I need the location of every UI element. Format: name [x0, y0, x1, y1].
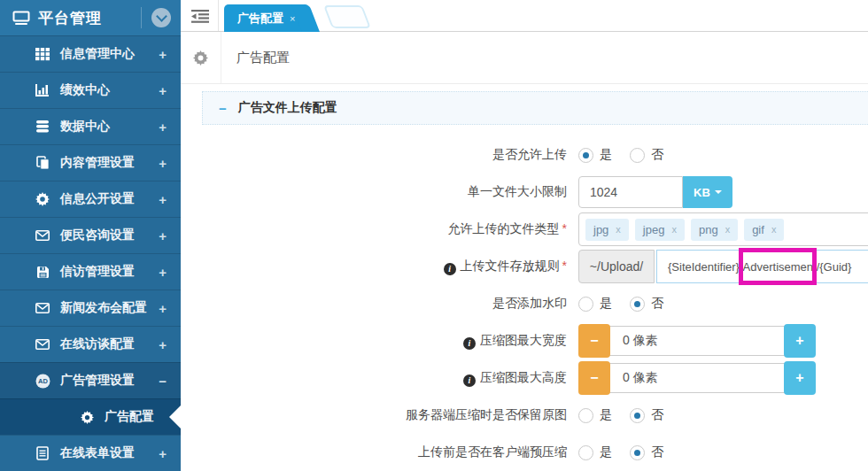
sidebar-collapse-button[interactable]: [151, 8, 171, 27]
monitor-icon: [12, 11, 30, 26]
field-label: 服务器端压缩时是否保留原图: [181, 407, 567, 423]
tag-jpeg[interactable]: jpegx: [635, 219, 685, 241]
panel-header-upload-config[interactable]: − 广告文件上传配置: [202, 91, 868, 125]
sidebar-item-label: 在线表单设置: [60, 445, 159, 461]
field-label: 是否添加水印: [181, 296, 567, 312]
sidebar-item-data-center[interactable]: 数据中心 +: [0, 108, 181, 144]
radio-dot[interactable]: [578, 408, 593, 423]
tab-bar: 广告配置 ×: [181, 0, 868, 32]
radio-dot[interactable]: [578, 445, 593, 460]
tab-close-icon[interactable]: ×: [290, 13, 295, 24]
sidebar-item-public-info-settings[interactable]: 信息公开设置 +: [0, 181, 181, 217]
max-width-input[interactable]: 0 像素: [608, 326, 787, 356]
tag-remove-icon[interactable]: x: [616, 224, 621, 235]
radio-dot-selected[interactable]: [578, 148, 593, 163]
sidebar-item-interview-settings[interactable]: 在线访谈配置 +: [0, 326, 181, 362]
panel-collapse-icon[interactable]: −: [219, 101, 227, 116]
tab-ad-config[interactable]: 广告配置 ×: [224, 4, 306, 32]
sidebar-item-performance-center[interactable]: 绩效中心 +: [0, 72, 181, 108]
radio-label: 否: [651, 407, 663, 423]
upload-path-prefix: ~/Upload/: [578, 250, 655, 283]
form-row-watermark: 是否添加水印 是 否: [181, 285, 868, 322]
sidebar-item-online-form-settings[interactable]: 在线表单设置 +: [0, 435, 181, 471]
radio-dot-selected[interactable]: [630, 445, 645, 460]
unit-dropdown-button[interactable]: KB: [683, 176, 732, 208]
ad-icon: AD: [34, 374, 51, 389]
increment-button[interactable]: +: [784, 324, 816, 358]
sidebar-item-label: 数据中心: [60, 119, 159, 135]
sidebar-item-press-conference-settings[interactable]: 新闻发布会配置 +: [0, 290, 181, 326]
tab-label: 广告配置: [237, 11, 283, 27]
radio-no[interactable]: 否: [630, 444, 663, 460]
tag-gif[interactable]: gifx: [744, 219, 784, 241]
radio-label: 是: [600, 296, 612, 312]
field-label: 是否允许上传: [181, 147, 567, 163]
copy-icon: [34, 156, 51, 170]
sidebar-item-label: 在线访谈配置: [60, 336, 159, 352]
expand-plus-icon: +: [159, 47, 167, 62]
radio-no[interactable]: 否: [630, 296, 663, 312]
divider: [218, 0, 219, 31]
radio-label: 否: [651, 444, 663, 460]
info-icon: [463, 337, 476, 350]
sidebar-item-consult-settings[interactable]: 便民咨询设置 +: [0, 217, 181, 253]
required-marker: *: [562, 221, 567, 236]
radio-dot-selected[interactable]: [630, 297, 645, 312]
radio-yes[interactable]: 是: [578, 296, 612, 312]
decrement-button[interactable]: −: [578, 361, 610, 395]
divider: [141, 7, 142, 28]
sidebar-item-info-center[interactable]: 信息管理中心 +: [0, 35, 181, 72]
tag-remove-icon[interactable]: x: [771, 224, 777, 235]
new-tab-placeholder: [323, 5, 371, 28]
expand-plus-icon: +: [159, 337, 167, 352]
tag-jpg[interactable]: jpgx: [585, 219, 629, 241]
radio-yes[interactable]: 是: [578, 147, 612, 163]
gear-icon: [34, 192, 51, 206]
increment-button[interactable]: +: [784, 361, 816, 395]
radio-dot[interactable]: [630, 148, 645, 163]
tag-png[interactable]: pngx: [691, 219, 738, 241]
sidebar-item-label: 新闻发布会配置: [60, 300, 159, 316]
radio-dot[interactable]: [578, 297, 593, 312]
form-row-client-precompress: 上传前是否在客户端预压缩 是 否: [181, 434, 868, 471]
max-height-input[interactable]: 0 像素: [608, 363, 787, 393]
form-row-allow-upload: 是否允许上传 是 否: [181, 136, 868, 174]
radio-label: 是: [600, 444, 612, 460]
sidebar-item-ad-config-active[interactable]: 广告配置: [0, 398, 181, 435]
sidebar-toggle-icon[interactable]: [191, 10, 209, 27]
expand-plus-icon: +: [159, 120, 167, 135]
form-row-keep-original: 服务器端压缩时是否保留原图 是 否: [181, 397, 868, 434]
file-types-tags-input[interactable]: jpgx jpegx pngx gifx: [578, 212, 868, 246]
form-row-storage-rule: 上传文件存放规则* ~/Upload/ {SiteIdentifier}/Adv…: [181, 248, 868, 285]
form-row-max-width: 压缩图最大宽度 − 0 像素 +: [181, 322, 868, 359]
collapse-minus-icon: −: [159, 374, 167, 389]
decrement-button[interactable]: −: [578, 324, 610, 358]
sidebar-item-petition-settings[interactable]: 信访管理设置 +: [0, 253, 181, 290]
radio-no[interactable]: 否: [630, 407, 663, 423]
sidebar-item-label: 信访管理设置: [60, 264, 159, 280]
app-title: 平台管理: [38, 8, 102, 28]
form-icon: [34, 446, 51, 460]
sidebar-item-content-settings[interactable]: 内容管理设置 +: [0, 144, 181, 181]
radio-no[interactable]: 否: [630, 147, 663, 163]
size-limit-input[interactable]: 1024: [578, 176, 683, 208]
expand-plus-icon: +: [159, 301, 167, 316]
gear-icon: [181, 32, 221, 83]
expand-plus-icon: +: [159, 228, 167, 243]
tag-remove-icon[interactable]: x: [671, 224, 677, 235]
radio-yes[interactable]: 是: [578, 444, 612, 460]
sidebar-item-ad-settings[interactable]: AD 广告管理设置 −: [0, 362, 181, 398]
sidebar-item-label: 信息管理中心: [60, 46, 159, 62]
unit-label: KB: [694, 186, 710, 199]
radio-label: 否: [651, 296, 663, 312]
form-row-size-limit: 单一文件大小限制 1024 KB: [181, 174, 868, 211]
info-icon: [463, 374, 476, 387]
radio-label: 否: [651, 147, 663, 163]
radio-label: 是: [600, 147, 612, 163]
info-icon: [444, 263, 456, 275]
radio-yes[interactable]: 是: [578, 407, 612, 423]
tag-remove-icon[interactable]: x: [725, 224, 731, 235]
storage-rule-input[interactable]: {SiteIdentifier}/Advertisement/{Guid}: [656, 250, 868, 283]
radio-dot-selected[interactable]: [630, 408, 645, 423]
envelope-icon: [34, 303, 51, 313]
